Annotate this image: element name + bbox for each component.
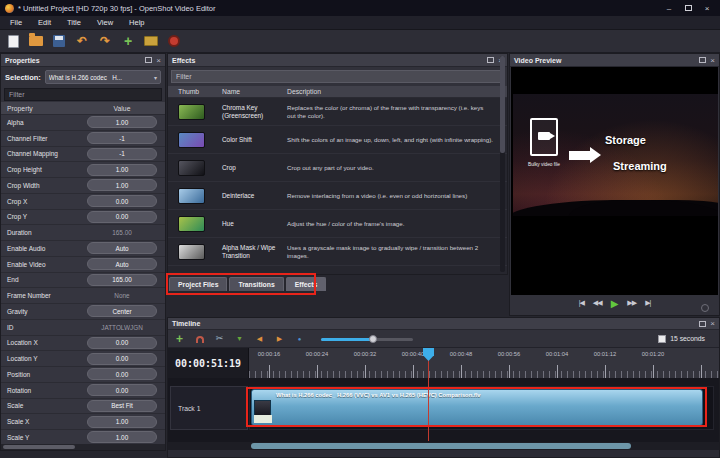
- property-value[interactable]: 1.00: [87, 164, 157, 176]
- import-files-button[interactable]: +: [119, 32, 137, 50]
- list-item[interactable]: Chroma Key (Greenscreen) Replaces the co…: [168, 98, 507, 126]
- tab-effects[interactable]: Effects: [286, 277, 327, 291]
- property-value[interactable]: 0.00: [87, 368, 157, 380]
- save-project-button[interactable]: [50, 32, 68, 50]
- play-button[interactable]: ▶: [611, 298, 619, 309]
- list-item[interactable]: Deinterlace Remove interlacing from a vi…: [168, 182, 507, 210]
- snapping-icon[interactable]: [193, 334, 206, 343]
- center-playhead-icon[interactable]: ●: [293, 336, 306, 342]
- close-button[interactable]: ×: [699, 2, 715, 14]
- jump-start-button[interactable]: |◀: [579, 299, 584, 307]
- list-item[interactable]: Crop Crop out any part of your video.: [168, 154, 507, 182]
- property-value[interactable]: 0.00: [87, 337, 157, 349]
- effects-filter-input[interactable]: [171, 70, 504, 83]
- add-marker-icon[interactable]: ▼: [233, 335, 246, 342]
- menu-help[interactable]: Help: [121, 18, 152, 27]
- undock-icon[interactable]: [699, 321, 706, 327]
- previous-marker-icon[interactable]: ◀: [253, 335, 266, 342]
- new-project-button[interactable]: [4, 32, 22, 50]
- property-value[interactable]: 1.00: [87, 431, 157, 443]
- close-icon[interactable]: ×: [156, 57, 161, 64]
- zoom-checkbox[interactable]: [658, 335, 666, 343]
- close-icon[interactable]: ×: [710, 320, 715, 327]
- property-value[interactable]: Center: [87, 305, 157, 317]
- table-row: Duration 165.00: [1, 225, 165, 241]
- minimize-button[interactable]: –: [661, 2, 677, 14]
- razor-icon[interactable]: ✂: [213, 334, 226, 343]
- timeline-clip[interactable]: What is H.266 codec_ H.266 (VVC) vs AV1 …: [251, 389, 703, 426]
- ruler-label: 00:00:48: [437, 351, 485, 357]
- scrollbar-thumb[interactable]: [500, 56, 505, 153]
- next-marker-icon[interactable]: ▶: [273, 335, 286, 342]
- effects-scrollbar[interactable]: [500, 56, 505, 272]
- playhead-line: [428, 352, 429, 441]
- property-value[interactable]: -1: [87, 132, 157, 144]
- property-value[interactable]: 0.00: [87, 384, 157, 396]
- undock-icon[interactable]: [699, 57, 706, 63]
- property-value[interactable]: 165.00: [87, 227, 157, 239]
- property-value[interactable]: 165.00: [87, 274, 157, 286]
- export-video-button[interactable]: [165, 32, 183, 50]
- property-value[interactable]: Auto: [87, 258, 157, 270]
- dock-tab-bar: Project Files Transitions Effects: [169, 277, 326, 291]
- maximize-button[interactable]: [680, 2, 696, 14]
- menu-file[interactable]: File: [2, 18, 30, 27]
- scrollbar-thumb[interactable]: [251, 443, 631, 449]
- property-value[interactable]: Auto: [87, 242, 157, 254]
- undock-icon[interactable]: [487, 57, 494, 63]
- track-header[interactable]: Track 1: [170, 386, 248, 430]
- close-icon[interactable]: ×: [710, 57, 715, 64]
- property-value[interactable]: -1: [87, 148, 157, 160]
- redo-button[interactable]: ↷: [96, 32, 114, 50]
- add-track-icon[interactable]: +: [173, 333, 186, 345]
- property-value[interactable]: JATTOLWJGN: [87, 321, 157, 333]
- property-value[interactable]: 0.00: [87, 353, 157, 365]
- selection-label: Selection:: [5, 73, 41, 82]
- open-project-button[interactable]: [27, 32, 45, 50]
- choose-profile-button[interactable]: [142, 32, 160, 50]
- tab-transitions[interactable]: Transitions: [229, 277, 283, 291]
- effect-thumbnail: [178, 216, 205, 232]
- property-name: Frame Number: [1, 292, 87, 299]
- tab-project-files[interactable]: Project Files: [169, 277, 227, 291]
- menu-edit[interactable]: Edit: [30, 18, 59, 27]
- video-preview-panel: Video Preview × Bulky video file Storage…: [509, 53, 720, 316]
- property-value[interactable]: 0.00: [87, 195, 157, 207]
- property-value[interactable]: Best Fit: [87, 400, 157, 412]
- properties-scrollbar[interactable]: [1, 444, 165, 450]
- ruler-label: 00:00:24: [293, 351, 341, 357]
- list-item[interactable]: Color Shift Shift the colors of an image…: [168, 126, 507, 154]
- table-row: Location Y 0.00: [1, 351, 165, 367]
- menu-title[interactable]: Title: [59, 18, 89, 27]
- property-value[interactable]: 1.00: [87, 179, 157, 191]
- effect-thumbnail: [178, 160, 205, 176]
- timeline-scrollbar[interactable]: [168, 442, 719, 450]
- undo-button[interactable]: ↶: [73, 32, 91, 50]
- list-item[interactable]: Alpha Mask / Wipe Transition Uses a gray…: [168, 238, 507, 266]
- property-value[interactable]: 0.00: [87, 211, 157, 223]
- property-name: Channel Mapping: [1, 150, 87, 157]
- list-item[interactable]: Hue Adjust the hue / color of the frame'…: [168, 210, 507, 238]
- menu-view[interactable]: View: [89, 18, 121, 27]
- property-value[interactable]: 1.00: [87, 416, 157, 428]
- property-value[interactable]: 1.00: [87, 116, 157, 128]
- properties-filter-input[interactable]: [4, 88, 162, 101]
- zoom-slider[interactable]: [321, 333, 413, 345]
- table-row: Rotation 0.00: [1, 383, 165, 399]
- selection-dropdown[interactable]: What is H.266 codec_ H... ▾: [45, 70, 161, 84]
- properties-table: Alpha 1.00 Channel Filter -1 Channel Map…: [1, 115, 165, 444]
- timecode-display: 00:00:51:19: [168, 348, 249, 378]
- slider-handle[interactable]: [369, 335, 377, 343]
- fast-forward-button[interactable]: ▶▶: [627, 299, 636, 307]
- rewind-button[interactable]: ◀◀: [593, 299, 602, 307]
- timeline-ruler[interactable]: 00:00:1600:00:2400:00:3200:00:4000:00:48…: [249, 348, 719, 378]
- property-value[interactable]: None: [87, 290, 157, 302]
- player-option-icon[interactable]: [701, 304, 709, 312]
- effect-thumbnail: [178, 188, 205, 204]
- scrollbar-thumb[interactable]: [3, 445, 75, 449]
- save-icon: [53, 35, 65, 47]
- table-row: ID JATTOLWJGN: [1, 320, 165, 336]
- jump-end-button[interactable]: ▶|: [645, 299, 650, 307]
- undock-icon[interactable]: [145, 57, 152, 63]
- ruler-label: 00:00:56: [485, 351, 533, 357]
